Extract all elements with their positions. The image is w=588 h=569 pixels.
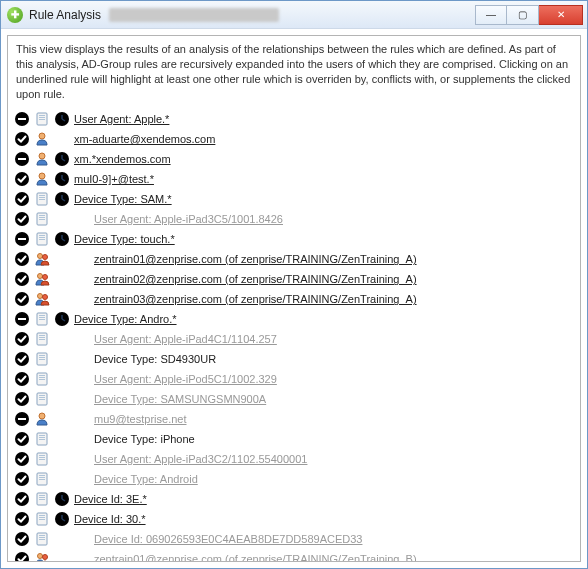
- rule-label[interactable]: Device Type: Andro.*: [74, 313, 177, 325]
- rule-label[interactable]: Device Type: SAM.*: [74, 193, 172, 205]
- rule-row[interactable]: mu9@testprise.net: [12, 409, 576, 429]
- status-deny-icon: [14, 231, 30, 247]
- user-icon: [34, 411, 50, 427]
- spacer: [54, 271, 70, 287]
- rule-label[interactable]: User Agent: Apple.*: [74, 113, 169, 125]
- device-icon: [34, 311, 50, 327]
- rule-row[interactable]: zentrain01@zenprise.com (of zenprise/TRA…: [12, 249, 576, 269]
- rule-label[interactable]: zentrain02@zenprise.com (of zenprise/TRA…: [94, 273, 417, 285]
- rule-label[interactable]: xm.*xendemos.com: [74, 153, 171, 165]
- rule-label[interactable]: zentrain01@zenprise.com (of zenprise/TRA…: [94, 253, 417, 265]
- rule-label[interactable]: Device Type: SD4930UR: [94, 353, 216, 365]
- status-allow-icon: [14, 191, 30, 207]
- rule-label[interactable]: Device Type: Android: [94, 473, 198, 485]
- status-allow-icon: [14, 251, 30, 267]
- rule-row[interactable]: Device Id: 30.*: [12, 509, 576, 529]
- rules-list[interactable]: User Agent: Apple.* xm-aduarte@xendemos.…: [8, 107, 580, 561]
- spacer: [54, 531, 70, 547]
- rule-label[interactable]: User Agent: Apple-iPad3C5/1001.8426: [94, 213, 283, 225]
- rule-row[interactable]: Device Type: SD4930UR: [12, 349, 576, 369]
- status-allow-icon: [14, 471, 30, 487]
- status-allow-icon: [14, 491, 30, 507]
- device-icon: [34, 471, 50, 487]
- status-deny-icon: [14, 111, 30, 127]
- rule-row[interactable]: Device Id: 3E.*: [12, 489, 576, 509]
- rule-label[interactable]: User Agent: Apple-iPod5C1/1002.329: [94, 373, 277, 385]
- device-icon: [34, 451, 50, 467]
- spacer: [54, 471, 70, 487]
- rule-row[interactable]: zentrain03@zenprise.com (of zenprise/TRA…: [12, 289, 576, 309]
- device-icon: [34, 391, 50, 407]
- group-icon: [34, 291, 50, 307]
- regex-clock-icon: [54, 191, 70, 207]
- rule-label[interactable]: Device Id: 3E.*: [74, 493, 147, 505]
- status-allow-icon: [14, 131, 30, 147]
- rule-row[interactable]: User Agent: Apple.*: [12, 109, 576, 129]
- rule-row[interactable]: zentrain01@zenprise.com (of zenprise/TRA…: [12, 549, 576, 561]
- regex-clock-icon: [54, 231, 70, 247]
- regex-clock-icon: [54, 491, 70, 507]
- rule-label[interactable]: zentrain01@zenprise.com (of zenprise/TRA…: [94, 553, 417, 561]
- minimize-button[interactable]: —: [475, 5, 507, 25]
- close-button[interactable]: ✕: [539, 5, 583, 25]
- device-icon: [34, 331, 50, 347]
- status-allow-icon: [14, 291, 30, 307]
- window-controls: — ▢ ✕: [475, 5, 583, 25]
- rule-row[interactable]: xm.*xendemos.com: [12, 149, 576, 169]
- rule-row[interactable]: muI0-9]+@test.*: [12, 169, 576, 189]
- status-deny-icon: [14, 311, 30, 327]
- rule-label[interactable]: User Agent: Apple-iPad3C2/1102.55400001: [94, 453, 307, 465]
- spacer: [54, 351, 70, 367]
- rule-label[interactable]: User Agent: Apple-iPad4C1/1104.257: [94, 333, 277, 345]
- regex-clock-icon: [54, 111, 70, 127]
- regex-clock-icon: [54, 151, 70, 167]
- group-icon: [34, 271, 50, 287]
- rule-label[interactable]: Device Id: 069026593E0C4AEAB8DE7DD589ACE…: [94, 533, 362, 545]
- rule-label[interactable]: xm-aduarte@xendemos.com: [74, 133, 215, 145]
- spacer: [54, 551, 70, 561]
- device-icon: [34, 431, 50, 447]
- rule-row[interactable]: Device Type: iPhone: [12, 429, 576, 449]
- rule-row[interactable]: Device Type: SAM.*: [12, 189, 576, 209]
- status-allow-icon: [14, 211, 30, 227]
- device-icon: [34, 511, 50, 527]
- rule-label[interactable]: zentrain03@zenprise.com (of zenprise/TRA…: [94, 293, 417, 305]
- rule-label[interactable]: muI0-9]+@test.*: [74, 173, 154, 185]
- rule-row[interactable]: Device Type: touch.*: [12, 229, 576, 249]
- title-obscured: [109, 8, 279, 22]
- device-icon: [34, 191, 50, 207]
- results-panel: This view displays the results of an ana…: [7, 35, 581, 562]
- spacer: [54, 451, 70, 467]
- spacer: [54, 211, 70, 227]
- rule-row[interactable]: Device Id: 069026593E0C4AEAB8DE7DD589ACE…: [12, 529, 576, 549]
- rule-row[interactable]: User Agent: Apple-iPad3C5/1001.8426: [12, 209, 576, 229]
- rule-row[interactable]: User Agent: Apple-iPad4C1/1104.257: [12, 329, 576, 349]
- rule-label[interactable]: Device Type: iPhone: [94, 433, 195, 445]
- rule-label[interactable]: Device Type: SAMSUNGSMN900A: [94, 393, 266, 405]
- status-deny-icon: [14, 151, 30, 167]
- user-icon: [34, 171, 50, 187]
- rule-row[interactable]: zentrain02@zenprise.com (of zenprise/TRA…: [12, 269, 576, 289]
- content-area: This view displays the results of an ana…: [1, 29, 587, 568]
- rule-row[interactable]: User Agent: Apple-iPod5C1/1002.329: [12, 369, 576, 389]
- rule-row[interactable]: Device Type: Android: [12, 469, 576, 489]
- rule-row[interactable]: Device Type: SAMSUNGSMN900A: [12, 389, 576, 409]
- device-icon: [34, 211, 50, 227]
- user-icon: [34, 131, 50, 147]
- maximize-button[interactable]: ▢: [507, 5, 539, 25]
- regex-clock-icon: [54, 311, 70, 327]
- rule-label[interactable]: Device Id: 30.*: [74, 513, 146, 525]
- rule-label[interactable]: mu9@testprise.net: [94, 413, 187, 425]
- device-icon: [34, 491, 50, 507]
- status-allow-icon: [14, 271, 30, 287]
- rule-analysis-window: ✚ Rule Analysis — ▢ ✕ This view displays…: [0, 0, 588, 569]
- spacer: [54, 251, 70, 267]
- status-allow-icon: [14, 451, 30, 467]
- rule-row[interactable]: Device Type: Andro.*: [12, 309, 576, 329]
- rule-row[interactable]: xm-aduarte@xendemos.com: [12, 129, 576, 149]
- window-title: Rule Analysis: [29, 8, 101, 22]
- rule-row[interactable]: User Agent: Apple-iPad3C2/1102.55400001: [12, 449, 576, 469]
- status-allow-icon: [14, 371, 30, 387]
- rule-label[interactable]: Device Type: touch.*: [74, 233, 175, 245]
- status-deny-icon: [14, 411, 30, 427]
